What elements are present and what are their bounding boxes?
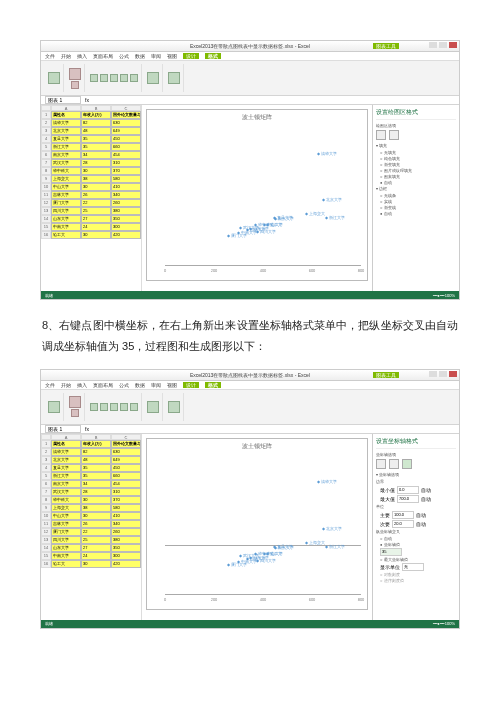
tab-file[interactable]: 文件	[45, 382, 55, 388]
shape-style-icon[interactable]	[100, 74, 108, 82]
fill-option[interactable]: 图片或纹理填充	[376, 168, 456, 173]
data-cell[interactable]: 82	[81, 448, 111, 456]
data-cell[interactable]: 420	[111, 560, 141, 568]
data-cell[interactable]: 310	[111, 488, 141, 496]
data-cell[interactable]: 350	[111, 544, 141, 552]
shape-style-icon[interactable]	[90, 74, 98, 82]
chart-data-point[interactable]: 上海交大	[305, 210, 325, 215]
data-cell[interactable]: 哈工大	[51, 231, 81, 239]
data-cell[interactable]: 26	[81, 191, 111, 199]
tab-formulas[interactable]: 公式	[119, 53, 129, 59]
ribbon-icon[interactable]	[71, 409, 79, 417]
tab-view[interactable]: 视图	[167, 382, 177, 388]
shape-style-icon[interactable]	[90, 403, 98, 411]
chart-data-point[interactable]: 中南大学	[237, 558, 257, 563]
effects-icon[interactable]	[389, 130, 399, 140]
cross-value-input[interactable]: 35	[380, 548, 402, 556]
chart-data-point[interactable]: 哈工大	[266, 550, 282, 555]
ribbon-icon[interactable]	[147, 401, 159, 413]
tab-review[interactable]: 审阅	[151, 53, 161, 59]
tab-home[interactable]: 开始	[61, 382, 71, 388]
taskbar-icon[interactable]	[86, 299, 96, 300]
data-cell[interactable]: 28	[81, 488, 111, 496]
ribbon-icon[interactable]	[69, 68, 81, 80]
border-option[interactable]: 实线	[376, 199, 456, 204]
data-cell[interactable]: 450	[111, 464, 141, 472]
data-cell[interactable]: 310	[111, 159, 141, 167]
data-cell[interactable]: 35	[81, 472, 111, 480]
data-cell[interactable]: 28	[81, 159, 111, 167]
tab-format[interactable]: 格式	[205, 53, 221, 59]
ribbon-icon[interactable]	[147, 72, 159, 84]
data-cell[interactable]: 哈工大	[51, 560, 81, 568]
data-cell[interactable]: 370	[111, 496, 141, 504]
fill-option[interactable]: 纯色填充	[376, 156, 456, 161]
fill-option[interactable]: 渐变填充	[376, 162, 456, 167]
fill-section-header[interactable]: ▾ 填充	[376, 143, 456, 148]
data-cell[interactable]: 中南大学	[51, 223, 81, 231]
chart-data-point[interactable]: 哈工大	[266, 221, 282, 226]
maximize-button[interactable]	[439, 42, 447, 48]
data-cell[interactable]: 630	[111, 448, 141, 456]
data-cell[interactable]: 山东大学	[51, 544, 81, 552]
data-cell[interactable]: 浙江大学	[51, 472, 81, 480]
data-cell[interactable]: 24	[81, 223, 111, 231]
tab-layout[interactable]: 页面布局	[93, 382, 113, 388]
fill-option[interactable]: 自动	[376, 180, 456, 185]
data-cell[interactable]: 300	[111, 552, 141, 560]
taskbar-icon[interactable]	[112, 299, 122, 300]
taskbar-icon[interactable]	[73, 299, 83, 300]
chart-data-point[interactable]: 清华大学	[317, 479, 337, 484]
data-cell[interactable]: 24	[81, 552, 111, 560]
tab-data[interactable]: 数据	[135, 382, 145, 388]
data-cell[interactable]: 22	[81, 528, 111, 536]
taskbar-icon[interactable]	[60, 628, 70, 629]
data-cell[interactable]: 34	[81, 480, 111, 488]
chart-data-point[interactable]: 北京大学	[322, 197, 342, 202]
data-cell[interactable]: 35	[81, 135, 111, 143]
zoom-controls[interactable]: ━━●━━ 100%	[433, 293, 455, 298]
chart-data-point[interactable]: 清华大学	[317, 150, 337, 155]
data-cell[interactable]: 454	[111, 480, 141, 488]
data-cell[interactable]: 复旦大学	[51, 464, 81, 472]
header-cell[interactable]: 年收入(万)	[81, 440, 111, 448]
display-unit-select[interactable]: 无	[402, 563, 424, 571]
header-cell[interactable]: 国外论文数量与排名率	[111, 111, 141, 119]
minimize-button[interactable]	[429, 371, 437, 377]
axis-icon[interactable]	[402, 459, 412, 469]
chart-data-point[interactable]: 中南大学	[237, 230, 257, 235]
data-cell[interactable]: 34	[81, 151, 111, 159]
tab-layout[interactable]: 页面布局	[93, 53, 113, 59]
axis-options-header[interactable]: ▾ 坐标轴选项	[376, 472, 456, 477]
name-box[interactable]: 图表 1	[45, 96, 81, 104]
tab-format[interactable]: 格式	[205, 382, 221, 388]
shape-style-icon[interactable]	[110, 403, 118, 411]
data-cell[interactable]: 410	[111, 512, 141, 520]
data-cell[interactable]: 中山大学	[51, 183, 81, 191]
data-cell[interactable]: 630	[111, 119, 141, 127]
data-cell[interactable]: 华中科大	[51, 167, 81, 175]
border-option[interactable]: 自动	[376, 211, 456, 216]
taskbar-icon[interactable]	[73, 628, 83, 629]
tab-insert[interactable]: 插入	[77, 53, 87, 59]
tab-design[interactable]: 设计	[183, 382, 199, 388]
data-cell[interactable]: 南京大学	[51, 480, 81, 488]
data-cell[interactable]: 38	[81, 175, 111, 183]
data-cell[interactable]: 48	[81, 127, 111, 135]
data-cell[interactable]: 北京大学	[51, 456, 81, 464]
data-cell[interactable]: 38	[81, 504, 111, 512]
border-section-header[interactable]: ▾ 边框	[376, 186, 456, 191]
shape-style-icon[interactable]	[130, 403, 138, 411]
chart-data-point[interactable]: 上海交大	[305, 539, 325, 544]
ribbon-icon[interactable]	[168, 401, 180, 413]
border-option[interactable]: 无线条	[376, 193, 456, 198]
data-cell[interactable]: 450	[111, 135, 141, 143]
data-cell[interactable]: 北京大学	[51, 127, 81, 135]
ribbon-icon[interactable]	[48, 72, 60, 84]
tab-formulas[interactable]: 公式	[119, 382, 129, 388]
shape-style-icon[interactable]	[100, 403, 108, 411]
tab-home[interactable]: 开始	[61, 53, 71, 59]
data-cell[interactable]: 340	[111, 520, 141, 528]
data-cell[interactable]: 260	[111, 199, 141, 207]
data-cell[interactable]: 25	[81, 536, 111, 544]
